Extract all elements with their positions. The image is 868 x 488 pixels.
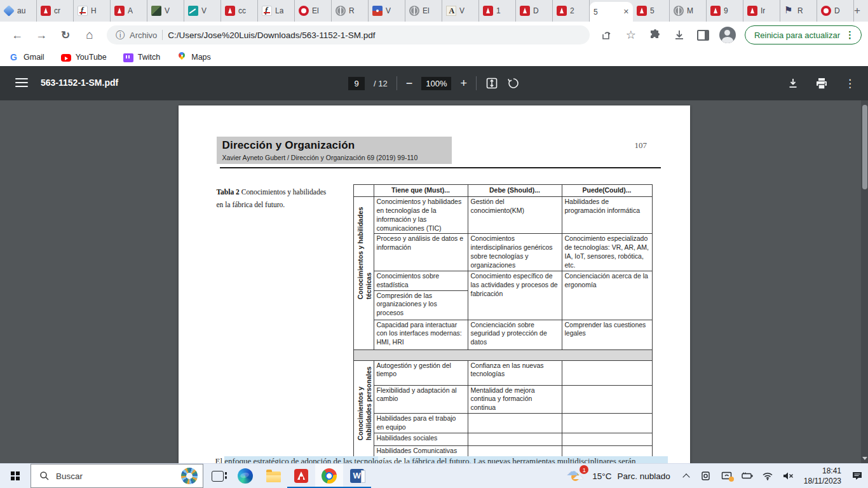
weather-widget[interactable]: 1 15°C Parc. nublado xyxy=(565,468,672,484)
task-view-button[interactable] xyxy=(203,464,231,488)
tab-search-button[interactable] xyxy=(860,0,868,22)
windows-logo-icon xyxy=(11,471,15,476)
tab[interactable]: A xyxy=(111,0,147,22)
pdf-more-button[interactable] xyxy=(844,77,855,90)
table-cell xyxy=(468,433,562,445)
rotate-button[interactable] xyxy=(507,77,520,90)
bookmark-twitch[interactable]: Twitch xyxy=(123,53,160,62)
profile-button[interactable] xyxy=(717,24,738,46)
back-button[interactable] xyxy=(6,24,28,46)
update-chrome-label: Reinicia para actualizar xyxy=(754,30,840,40)
scroll-down-icon[interactable] xyxy=(861,454,868,462)
zoom-out-button[interactable] xyxy=(406,77,413,90)
print-icon xyxy=(815,78,828,90)
taskbar-clock[interactable]: 18:41 18/11/2023 xyxy=(801,466,844,486)
tab[interactable]: El xyxy=(405,0,442,22)
tab[interactable]: cc xyxy=(221,0,258,22)
zoom-in-button[interactable] xyxy=(460,77,467,90)
address-bar[interactable]: Archivo C:/Users/Jose%20Luis/Downloads/5… xyxy=(107,25,590,44)
diamond-favicon-icon xyxy=(3,5,15,17)
clock-date: 18/11/2023 xyxy=(804,476,841,486)
tab-label: V xyxy=(165,6,170,15)
tab-label: 5 xyxy=(593,8,598,17)
scrollbar[interactable] xyxy=(861,100,868,463)
tab-close-icon[interactable] xyxy=(623,8,629,16)
taskbar-chrome[interactable] xyxy=(315,464,343,488)
table-cell: Conocimientos y habilidades en tecnologí… xyxy=(374,197,468,234)
table-caption: Tabla 2 Conocimientos y habilidades en l… xyxy=(217,186,332,211)
tray-phone-button[interactable] xyxy=(700,469,714,483)
action-center-button[interactable] xyxy=(850,469,864,483)
tab[interactable]: cr xyxy=(37,0,74,22)
side-panel-button[interactable] xyxy=(693,24,714,46)
scrollbar-thumb[interactable] xyxy=(862,105,867,189)
taskbar-acrobat[interactable] xyxy=(287,464,315,488)
taskbar-explorer[interactable] xyxy=(259,464,287,488)
search-highlight-icon[interactable] xyxy=(181,468,198,484)
tab[interactable]: Ir xyxy=(743,0,780,22)
tab[interactable]: V xyxy=(147,0,184,22)
pdf-favicon-icon xyxy=(557,6,567,16)
zoom-level[interactable]: 100% xyxy=(421,77,451,90)
tab[interactable]: R xyxy=(780,0,817,22)
pdf-download-button[interactable] xyxy=(787,78,799,89)
tray-display-button[interactable] xyxy=(720,469,734,483)
bookmark-button[interactable] xyxy=(620,24,642,46)
reload-button[interactable] xyxy=(55,24,76,46)
bookmark-gmail[interactable]: Gmail xyxy=(9,52,44,62)
tray-volume-button[interactable] xyxy=(781,469,795,483)
tab[interactable]: 9 xyxy=(707,0,743,22)
share-button[interactable] xyxy=(596,24,618,46)
taskbar-edge[interactable] xyxy=(231,464,259,488)
tab-active[interactable]: 5 xyxy=(590,2,633,22)
tab[interactable]: R xyxy=(332,0,369,22)
tab[interactable]: El xyxy=(295,0,332,22)
tab[interactable]: D xyxy=(817,0,854,22)
pdf-viewer-area[interactable]: Dirección y Organización Xavier Ayneto G… xyxy=(0,100,868,463)
bookmark-youtube[interactable]: YouTube xyxy=(61,53,107,62)
taskbar-search[interactable]: Buscar xyxy=(31,464,203,488)
pdf-menu-button[interactable] xyxy=(15,78,28,87)
tab[interactable]: V xyxy=(184,0,221,22)
tab[interactable]: au xyxy=(0,0,37,22)
tab[interactable]: V xyxy=(369,0,405,22)
download-icon xyxy=(787,78,799,89)
fit-page-button[interactable] xyxy=(485,77,498,90)
new-tab-button[interactable] xyxy=(854,0,860,22)
tab-label: V xyxy=(459,6,465,15)
bookmark-maps[interactable]: Maps xyxy=(177,52,211,62)
info-icon[interactable] xyxy=(116,29,125,41)
tab[interactable]: D xyxy=(516,0,553,22)
tab[interactable]: 2 xyxy=(553,0,590,22)
tray-battery-button[interactable] xyxy=(740,469,754,483)
pdf-favicon-icon xyxy=(520,6,530,16)
pdf-favicon-icon xyxy=(41,6,51,16)
browser-menu-icon[interactable] xyxy=(845,29,855,41)
tab[interactable]: 1 xyxy=(479,0,516,22)
page-number-input[interactable]: 9 xyxy=(348,77,365,90)
table-cell: Conocimientos sobre estadística xyxy=(374,271,468,290)
tab[interactable]: La xyxy=(258,0,295,22)
tab[interactable]: M xyxy=(670,0,707,22)
start-button[interactable] xyxy=(0,464,31,488)
tray-network-button[interactable] xyxy=(761,469,775,483)
forward-button[interactable] xyxy=(31,24,52,46)
tab[interactable]: H xyxy=(74,0,111,22)
tray-expand-button[interactable] xyxy=(679,469,693,483)
table-cell xyxy=(562,414,652,433)
extensions-button[interactable] xyxy=(644,24,666,46)
pdf-print-button[interactable] xyxy=(815,78,828,90)
search-icon xyxy=(39,471,50,481)
downloads-button[interactable] xyxy=(668,24,690,46)
home-button[interactable] xyxy=(79,24,100,46)
table-cell: Conocimiento especializado de tecnología… xyxy=(562,234,652,271)
tab[interactable]: 5 xyxy=(633,0,670,22)
update-chrome-button[interactable]: Reinicia para actualizar xyxy=(745,25,862,44)
tab[interactable]: V xyxy=(442,0,479,22)
chevron-up-icon xyxy=(683,473,689,479)
table-cell: Conocimientos interdisciplinarios genéri… xyxy=(468,234,562,271)
taskbar-word[interactable] xyxy=(343,464,371,488)
pdf-favicon-icon xyxy=(710,6,721,16)
tab-label: 9 xyxy=(724,6,728,15)
tab-label: La xyxy=(275,6,283,15)
